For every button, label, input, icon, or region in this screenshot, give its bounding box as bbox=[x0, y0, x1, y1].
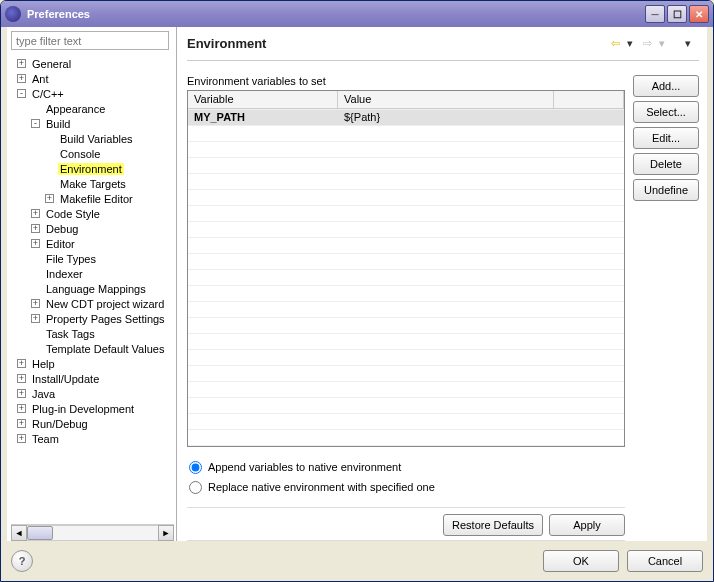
radio-append[interactable]: Append variables to native environment bbox=[189, 457, 623, 477]
heading-row: Environment ⇦ ▾ ⇨ ▾ ▾ bbox=[187, 27, 699, 61]
twisty-spacer bbox=[45, 179, 54, 188]
table-body[interactable]: MY_PATH${Path} bbox=[188, 109, 624, 446]
tree-node-build[interactable]: -Build bbox=[11, 116, 176, 131]
view-menu-icon[interactable]: ▾ bbox=[685, 37, 699, 51]
tree-node-java[interactable]: +Java bbox=[11, 386, 176, 401]
filter-input[interactable] bbox=[11, 31, 169, 50]
expand-icon[interactable]: + bbox=[31, 209, 40, 218]
expand-icon[interactable]: + bbox=[17, 404, 26, 413]
tree-node-run-debug[interactable]: +Run/Debug bbox=[11, 416, 176, 431]
apply-button[interactable]: Apply bbox=[549, 514, 625, 536]
tree-node-ant[interactable]: +Ant bbox=[11, 71, 176, 86]
tree-label: Template Default Values bbox=[44, 343, 166, 355]
radio-replace-label: Replace native environment with specifie… bbox=[208, 481, 435, 493]
table-row[interactable]: MY_PATH${Path} bbox=[188, 109, 624, 125]
column-value[interactable]: Value bbox=[338, 91, 554, 108]
tree-node-environment[interactable]: Environment bbox=[11, 161, 176, 176]
radio-replace[interactable]: Replace native environment with specifie… bbox=[189, 477, 623, 497]
tree-node-general[interactable]: +General bbox=[11, 56, 176, 71]
collapse-icon[interactable]: - bbox=[17, 89, 26, 98]
tree-label: Make Targets bbox=[58, 178, 128, 190]
scroll-track[interactable] bbox=[27, 525, 158, 541]
tree-node-help[interactable]: +Help bbox=[11, 356, 176, 371]
expand-icon[interactable]: + bbox=[31, 299, 40, 308]
tree-node-makefile-editor[interactable]: +Makefile Editor bbox=[11, 191, 176, 206]
action-buttons: Add... Select... Edit... Delete Undefine bbox=[633, 75, 699, 541]
tree-node-make-targets[interactable]: Make Targets bbox=[11, 176, 176, 191]
tree-node-console[interactable]: Console bbox=[11, 146, 176, 161]
radio-replace-input[interactable] bbox=[189, 481, 202, 494]
cancel-button[interactable]: Cancel bbox=[627, 550, 703, 572]
twisty-spacer bbox=[45, 149, 54, 158]
nav-back-icon[interactable]: ⇦ bbox=[611, 37, 625, 51]
tree-node-task-tags[interactable]: Task Tags bbox=[11, 326, 176, 341]
collapse-icon[interactable]: - bbox=[31, 119, 40, 128]
env-variables-table[interactable]: Variable Value MY_PATH${Path} bbox=[187, 90, 625, 447]
tree-node-debug[interactable]: +Debug bbox=[11, 221, 176, 236]
tree-label: Plug-in Development bbox=[30, 403, 136, 415]
expand-icon[interactable]: + bbox=[17, 434, 26, 443]
delete-button[interactable]: Delete bbox=[633, 153, 699, 175]
tree-node-build-variables[interactable]: Build Variables bbox=[11, 131, 176, 146]
horizontal-scrollbar[interactable]: ◄ ► bbox=[11, 524, 174, 541]
cell-variable: MY_PATH bbox=[188, 111, 338, 123]
tree-label: Appearance bbox=[44, 103, 107, 115]
tree-node-editor[interactable]: +Editor bbox=[11, 236, 176, 251]
expand-icon[interactable]: + bbox=[31, 314, 40, 323]
nav-back-menu-icon[interactable]: ▾ bbox=[627, 37, 641, 51]
tree-node-property-pages-settings[interactable]: +Property Pages Settings bbox=[11, 311, 176, 326]
tree-node-code-style[interactable]: +Code Style bbox=[11, 206, 176, 221]
column-variable[interactable]: Variable bbox=[188, 91, 338, 108]
tree-node-new-cdt-project-wizard[interactable]: +New CDT project wizard bbox=[11, 296, 176, 311]
select-button[interactable]: Select... bbox=[633, 101, 699, 123]
scroll-right-arrow[interactable]: ► bbox=[158, 525, 174, 541]
tree-node-language-mappings[interactable]: Language Mappings bbox=[11, 281, 176, 296]
tree-node-file-types[interactable]: File Types bbox=[11, 251, 176, 266]
expand-icon[interactable]: + bbox=[31, 224, 40, 233]
ok-button[interactable]: OK bbox=[543, 550, 619, 572]
restore-defaults-button[interactable]: Restore Defaults bbox=[443, 514, 543, 536]
preference-tree[interactable]: +General+Ant-C/C++Appearance-BuildBuild … bbox=[11, 54, 176, 524]
edit-button[interactable]: Edit... bbox=[633, 127, 699, 149]
help-button[interactable]: ? bbox=[11, 550, 33, 572]
expand-icon[interactable]: + bbox=[17, 419, 26, 428]
nav-forward-menu-icon[interactable]: ▾ bbox=[659, 37, 673, 51]
twisty-spacer bbox=[31, 269, 40, 278]
page-title: Environment bbox=[187, 36, 611, 51]
expand-icon[interactable]: + bbox=[31, 239, 40, 248]
tree-label: Indexer bbox=[44, 268, 85, 280]
add-button[interactable]: Add... bbox=[633, 75, 699, 97]
tree-node-template-default-values[interactable]: Template Default Values bbox=[11, 341, 176, 356]
expand-icon[interactable]: + bbox=[45, 194, 54, 203]
minimize-button[interactable]: ─ bbox=[645, 5, 665, 23]
scroll-left-arrow[interactable]: ◄ bbox=[11, 525, 27, 541]
expand-icon[interactable]: + bbox=[17, 59, 26, 68]
cell-value: ${Path} bbox=[338, 111, 624, 123]
table-header: Variable Value bbox=[188, 91, 624, 109]
tree-label: New CDT project wizard bbox=[44, 298, 166, 310]
tree-node-appearance[interactable]: Appearance bbox=[11, 101, 176, 116]
close-button[interactable]: ✕ bbox=[689, 5, 709, 23]
tree-node-plug-in-development[interactable]: +Plug-in Development bbox=[11, 401, 176, 416]
scroll-thumb[interactable] bbox=[27, 526, 53, 540]
radio-append-input[interactable] bbox=[189, 461, 202, 474]
tree-label: Help bbox=[30, 358, 57, 370]
nav-forward-icon[interactable]: ⇨ bbox=[643, 37, 657, 51]
undefine-button[interactable]: Undefine bbox=[633, 179, 699, 201]
expand-icon[interactable]: + bbox=[17, 74, 26, 83]
tree-node-c-c-[interactable]: -C/C++ bbox=[11, 86, 176, 101]
preferences-window: Preferences ─ ☐ ✕ +General+Ant-C/C++Appe… bbox=[0, 0, 714, 582]
twisty-spacer bbox=[31, 104, 40, 113]
expand-icon[interactable]: + bbox=[17, 389, 26, 398]
tree-node-indexer[interactable]: Indexer bbox=[11, 266, 176, 281]
expand-icon[interactable]: + bbox=[17, 359, 26, 368]
tree-label: C/C++ bbox=[30, 88, 66, 100]
radio-group: Append variables to native environment R… bbox=[187, 447, 625, 503]
radio-append-label: Append variables to native environment bbox=[208, 461, 401, 473]
tree-node-install-update[interactable]: +Install/Update bbox=[11, 371, 176, 386]
expand-icon[interactable]: + bbox=[17, 374, 26, 383]
tree-node-team[interactable]: +Team bbox=[11, 431, 176, 446]
table-caption: Environment variables to set bbox=[187, 75, 625, 87]
maximize-button[interactable]: ☐ bbox=[667, 5, 687, 23]
tree-label: Console bbox=[58, 148, 102, 160]
